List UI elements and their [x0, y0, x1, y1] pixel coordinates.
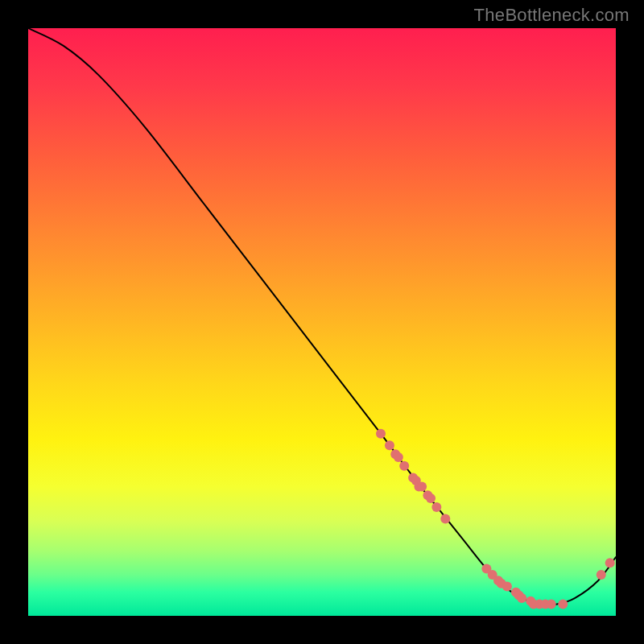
data-marker: [394, 452, 403, 462]
data-marker: [426, 493, 436, 503]
bottleneck-curve-path: [28, 28, 616, 605]
data-marker: [502, 582, 512, 592]
data-marker: [417, 481, 427, 491]
data-marker: [385, 440, 394, 450]
chart-svg: [28, 28, 616, 616]
data-marker: [440, 514, 450, 524]
watermark-text: TheBottleneck.com: [474, 5, 630, 26]
data-marker: [431, 502, 441, 512]
data-marker: [547, 599, 556, 609]
data-marker: [399, 461, 409, 471]
data-marker: [605, 558, 615, 568]
chart-plot-area: [28, 28, 616, 616]
data-marker: [517, 593, 526, 603]
data-marker: [376, 429, 386, 439]
data-marker: [597, 570, 606, 580]
highlighted-points-group: [376, 429, 615, 609]
data-marker: [558, 599, 568, 609]
